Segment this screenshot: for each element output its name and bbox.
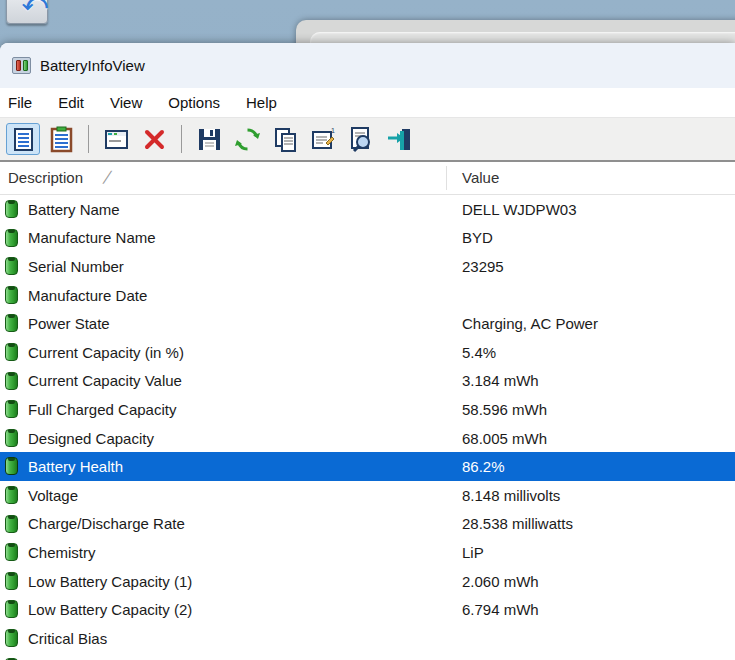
list-header: Description ╱ Value (0, 162, 735, 195)
exit-button[interactable] (382, 123, 416, 155)
column-header-description[interactable]: Description (8, 162, 83, 194)
battery-general-info-view-icon (10, 126, 37, 153)
window-title: BatteryInfoView (40, 57, 145, 74)
row-value: 3.184 mWh (462, 372, 539, 389)
menu-help[interactable]: Help (233, 88, 290, 117)
battery-app-icon (12, 57, 31, 74)
exit-icon (386, 126, 413, 153)
copy-icon (272, 126, 299, 153)
battery-icon (5, 429, 18, 447)
save-icon (196, 126, 223, 153)
menu-view[interactable]: View (97, 88, 155, 117)
list-row[interactable]: ChemistryLiP (0, 538, 735, 567)
list-rows: Battery NameDELL WJDPW03Manufacture Name… (0, 195, 735, 660)
row-description: Critical Bias (28, 630, 107, 647)
row-description: Designed Capacity (28, 430, 154, 447)
list-row[interactable]: Battery NameDELL WJDPW03 (0, 195, 735, 224)
list-row[interactable]: Manufacture Date (0, 281, 735, 310)
list-row[interactable]: Current Capacity (in %)5.4% (0, 338, 735, 367)
svg-text:1: 1 (331, 127, 335, 134)
row-value: Charging, AC Power (462, 315, 598, 332)
row-value: LiP (462, 544, 484, 561)
delete-red-x-button[interactable] (137, 123, 171, 155)
battery-icon (5, 486, 18, 504)
column-header-value[interactable]: Value (462, 162, 499, 194)
battery-icon (5, 314, 18, 332)
battery-icon (5, 200, 18, 218)
row-value: 58.596 mWh (462, 401, 547, 418)
battery-icon (5, 572, 18, 590)
battery-icon (5, 257, 18, 275)
battery-icon (5, 286, 18, 304)
advanced-options-window-icon (103, 126, 130, 153)
list-row[interactable]: Critical Bias (0, 624, 735, 653)
list-row[interactable]: Designed Capacity68.005 mWh (0, 424, 735, 453)
column-divider[interactable] (446, 166, 447, 190)
battery-icon (5, 629, 18, 647)
batteryinfoview-window: BatteryInfoView File Edit View Options H… (0, 43, 735, 660)
battery-icon (5, 457, 18, 475)
row-description: Manufacture Date (28, 287, 147, 304)
menubar: File Edit View Options Help (0, 88, 735, 118)
refresh-icon (234, 126, 261, 153)
row-value: 86.2% (462, 458, 505, 475)
list-row[interactable]: Serial Number23295 (0, 252, 735, 281)
menu-file[interactable]: File (5, 88, 45, 117)
blue-arrow-icon: ⤺ (22, 0, 48, 16)
row-description: Power State (28, 315, 110, 332)
list-row[interactable]: Charge/Discharge Rate28.538 milliwatts (0, 510, 735, 539)
row-value: 28.538 milliwatts (462, 515, 573, 532)
battery-icon (5, 343, 18, 361)
advanced-options-window-button[interactable] (99, 123, 133, 155)
row-value: 23295 (462, 258, 504, 275)
battery-status-clipboard-view-button[interactable] (44, 123, 78, 155)
battery-icon (5, 400, 18, 418)
green-battery-cell (23, 60, 28, 71)
desktop-background: ⤺ BatteryInfoView File Edit View Options… (0, 0, 735, 660)
row-description: Chemistry (28, 544, 96, 561)
toolbar-separator (181, 125, 182, 153)
row-description: Manufacture Name (28, 229, 156, 246)
copy-button[interactable] (268, 123, 302, 155)
list-row[interactable]: Battery Health86.2% (0, 452, 735, 481)
save-button[interactable] (192, 123, 226, 155)
list-row[interactable]: Manufacture NameBYD (0, 224, 735, 253)
list-row[interactable]: Current Capacity Value3.184 mWh (0, 367, 735, 396)
battery-icon (5, 229, 18, 247)
properties-button[interactable]: 1 (306, 123, 340, 155)
row-description: Full Charged Capacity (28, 401, 176, 418)
row-description: Battery Health (28, 458, 123, 475)
toolbar: 1 (0, 118, 735, 162)
list-row[interactable]: Power StateCharging, AC Power (0, 309, 735, 338)
red-battery-cell (16, 60, 21, 71)
menu-edit[interactable]: Edit (45, 88, 97, 117)
find-button[interactable] (344, 123, 378, 155)
row-description: Low Battery Capacity (2) (28, 601, 192, 618)
row-description: Charge/Discharge Rate (28, 515, 185, 532)
desktop-shortcut-icon[interactable]: ⤺ (6, 0, 50, 26)
battery-general-info-view-button[interactable] (6, 123, 40, 155)
battery-icon (5, 372, 18, 390)
battery-icon (5, 543, 18, 561)
battery-status-clipboard-view-icon (48, 126, 75, 153)
refresh-button[interactable] (230, 123, 264, 155)
list-row[interactable]: Low Battery Capacity (1)2.060 mWh (0, 567, 735, 596)
list-row[interactable]: Low Battery Capacity (2)6.794 mWh (0, 595, 735, 624)
titlebar[interactable]: BatteryInfoView (0, 43, 735, 88)
battery-info-list: Description ╱ Value Battery NameDELL WJD… (0, 162, 735, 660)
menu-options[interactable]: Options (155, 88, 233, 117)
list-row[interactable] (0, 653, 735, 660)
list-row[interactable]: Voltage8.148 millivolts (0, 481, 735, 510)
find-icon (348, 126, 375, 153)
row-description: Serial Number (28, 258, 124, 275)
properties-icon: 1 (310, 126, 337, 153)
sort-ascending-icon: ╱ (103, 162, 112, 192)
row-value: 5.4% (462, 344, 496, 361)
toolbar-separator (88, 125, 89, 153)
row-description: Low Battery Capacity (1) (28, 573, 192, 590)
list-row[interactable]: Full Charged Capacity58.596 mWh (0, 395, 735, 424)
row-description: Battery Name (28, 201, 120, 218)
row-value: BYD (462, 229, 493, 246)
row-value: 2.060 mWh (462, 573, 539, 590)
row-value: 8.148 millivolts (462, 487, 560, 504)
